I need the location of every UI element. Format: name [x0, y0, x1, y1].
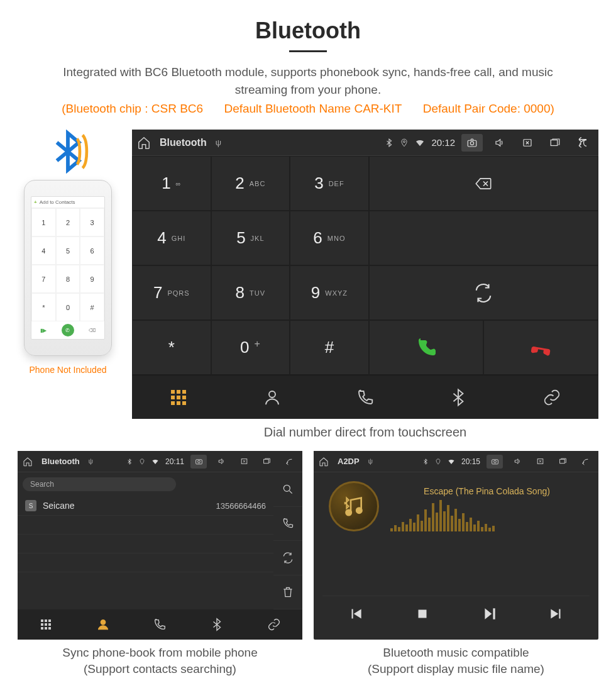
spec-code: Default Pair Code: 0000) — [423, 102, 554, 115]
recent-apps-button[interactable] — [258, 455, 275, 469]
tab-pair[interactable] — [505, 375, 598, 419]
tab-bluetooth[interactable] — [189, 609, 246, 640]
svg-point-2 — [470, 142, 473, 145]
bluetooth-icon — [422, 458, 429, 465]
svg-point-13 — [493, 460, 496, 463]
tab-bluetooth[interactable] — [412, 375, 505, 419]
phone-mock: +Add to Contacts 123 456 789 *0# ▮▶ ✆ ⌫ … — [18, 130, 118, 375]
prev-track-button[interactable] — [322, 596, 389, 631]
svg-point-7 — [197, 460, 200, 463]
music-caption: Bluetooth music compatible (Support disp… — [314, 645, 598, 677]
play-pause-button[interactable] — [456, 596, 523, 631]
phone-caption: Phone Not Included — [30, 365, 107, 375]
close-app-button[interactable] — [532, 455, 548, 469]
dialer-tabs — [132, 375, 598, 419]
tab-contacts[interactable] — [225, 375, 318, 419]
bt-music-icon — [341, 494, 366, 519]
screenshot-button[interactable] — [190, 455, 207, 469]
app-title: A2DP — [338, 457, 360, 466]
location-icon — [435, 458, 441, 465]
tab-recent-calls[interactable] — [319, 375, 412, 419]
back-button[interactable] — [281, 455, 297, 469]
app-title: Bluetooth — [41, 457, 80, 466]
backspace-button[interactable] — [369, 156, 598, 211]
wifi-icon — [448, 458, 455, 465]
music-body: Escape (The Pina Colada Song) — [314, 472, 598, 640]
title-underline — [289, 50, 327, 52]
phonebook-panel: Bluetooth ψ 20:11 Search S Seicane — [18, 451, 302, 640]
side-search-button[interactable] — [273, 472, 302, 507]
link-icon — [267, 618, 281, 631]
tab-dialpad[interactable] — [132, 375, 225, 419]
person-icon — [96, 618, 110, 631]
phone-icon — [153, 618, 167, 631]
svg-point-0 — [404, 140, 405, 142]
key-7[interactable]: 7PQRS — [132, 265, 211, 320]
contact-number: 13566664466 — [216, 501, 266, 511]
key-8[interactable]: 8TUV — [211, 265, 290, 320]
close-app-button[interactable] — [517, 134, 538, 152]
svg-rect-18 — [419, 609, 427, 618]
home-icon[interactable] — [23, 457, 33, 467]
key-5[interactable]: 5JKL — [211, 211, 290, 265]
svg-point-17 — [356, 508, 361, 513]
swap-button[interactable] — [369, 265, 598, 320]
key-3[interactable]: 3DEF — [290, 156, 369, 211]
screenshot-button[interactable] — [461, 134, 483, 152]
usb-icon: ψ — [216, 138, 221, 147]
call-button[interactable] — [369, 320, 484, 375]
end-call-button[interactable] — [483, 320, 598, 375]
key-star[interactable]: * — [132, 320, 211, 375]
svg-point-10 — [283, 485, 290, 491]
tab-contacts[interactable] — [75, 609, 132, 640]
person-icon — [263, 388, 282, 407]
recent-apps-button[interactable] — [544, 134, 566, 152]
home-icon[interactable] — [319, 457, 329, 467]
key-hash[interactable]: # — [290, 320, 369, 375]
back-button[interactable] — [572, 134, 593, 152]
key-9[interactable]: 9WXYZ — [290, 265, 369, 320]
side-call-button[interactable] — [273, 507, 302, 541]
volume-button[interactable] — [509, 455, 525, 469]
side-delete-button[interactable] — [273, 575, 302, 610]
svg-rect-4 — [551, 140, 558, 145]
key-4[interactable]: 4GHI — [132, 211, 211, 265]
wifi-icon — [415, 138, 425, 148]
phone-body: +Add to Contacts 123 456 789 *0# ▮▶ ✆ ⌫ — [24, 180, 112, 356]
tab-pair[interactable] — [245, 609, 302, 640]
key-1[interactable]: 1∞ — [132, 156, 211, 211]
screenshot-button[interactable] — [487, 455, 503, 469]
home-icon[interactable] — [137, 136, 151, 150]
side-sync-button[interactable] — [273, 541, 302, 575]
key-6[interactable]: 6MNO — [290, 211, 369, 265]
tab-recent-calls[interactable] — [131, 609, 189, 640]
svg-point-5 — [269, 391, 275, 397]
close-app-button[interactable] — [236, 455, 252, 469]
dial-grid: 1∞ 2ABC 3DEF 4GHI 5JKL 6MNO 7PQRS 8TUV 9… — [132, 156, 598, 375]
key-2[interactable]: 2ABC — [211, 156, 290, 211]
next-track-button[interactable] — [523, 596, 590, 631]
dialpad-icon — [41, 619, 51, 630]
dialer-panel-wrap: Bluetooth ψ 20:12 1∞ 2ABC — [132, 130, 598, 440]
contact-name: Seicane — [43, 501, 75, 511]
location-icon — [139, 458, 145, 465]
tab-dialpad[interactable] — [18, 609, 75, 640]
contact-row[interactable]: S Seicane 13566664466 — [18, 496, 273, 516]
link-icon — [542, 388, 561, 407]
music-statusbar: A2DP ψ 20:15 — [314, 451, 598, 472]
key-0[interactable]: 0+ — [211, 320, 290, 375]
svg-rect-9 — [263, 459, 268, 464]
bluetooth-tab-icon — [449, 388, 468, 407]
phone-icon — [356, 388, 375, 407]
stop-button[interactable] — [389, 596, 456, 631]
volume-button[interactable] — [213, 455, 229, 469]
search-input[interactable]: Search — [23, 477, 176, 491]
music-panel: A2DP ψ 20:15 Escape (The P — [314, 451, 598, 640]
clock-time: 20:11 — [165, 457, 184, 466]
description: Integrated with BC6 Bluetooth module, su… — [0, 64, 616, 98]
recent-apps-button[interactable] — [554, 455, 571, 469]
track-title: Escape (The Pina Colada Song) — [390, 486, 583, 496]
volume-button[interactable] — [489, 134, 510, 152]
dialer-panel: Bluetooth ψ 20:12 1∞ 2ABC — [132, 130, 598, 419]
back-button[interactable] — [577, 455, 593, 469]
